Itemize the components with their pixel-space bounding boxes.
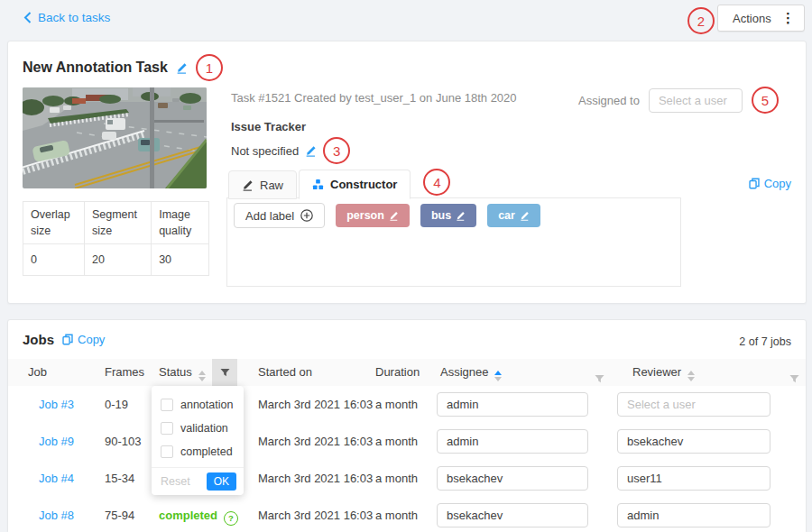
job-4-reviewer-select[interactable]: user11 — [617, 466, 770, 491]
assigned-to-row: Assigned to Select a user 5 — [578, 87, 779, 114]
checkbox-completed[interactable] — [161, 445, 173, 458]
col-job: Job — [28, 359, 47, 386]
job-8-link[interactable]: Job #8 — [39, 497, 74, 532]
jobs-copy-label: Copy — [78, 333, 105, 346]
task-assignee-select[interactable]: Select a user — [649, 88, 743, 113]
task-assignee-placeholder: Select a user — [659, 94, 727, 107]
jobs-title: Jobs — [23, 332, 54, 347]
jobs-title-row: Jobs Copy — [23, 332, 105, 347]
annotation-circle-4: 4 — [423, 169, 450, 196]
label-chip-person[interactable]: person — [336, 204, 410, 227]
edit-title-icon[interactable] — [176, 62, 188, 74]
status-filter-button[interactable] — [212, 359, 237, 386]
checkbox-validation[interactable] — [161, 422, 173, 435]
checkbox-annotation[interactable] — [161, 399, 173, 411]
job-3-assignee-select[interactable]: admin — [437, 392, 588, 417]
traffic-scene-image — [23, 87, 207, 188]
back-to-tasks-link[interactable]: Back to tasks — [23, 11, 110, 24]
job-4-assignee-select[interactable]: bsekachev — [437, 466, 588, 491]
job-3-frames: 0-19 — [105, 386, 128, 423]
job-9-reviewer-value: bsekachev — [627, 435, 683, 448]
assignee-filter-funnel-icon — [595, 374, 604, 384]
job-8-frames: 75-94 — [105, 497, 134, 532]
col-assignee-label: Assignee — [440, 365, 488, 379]
col-reviewer-label: Reviewer — [632, 365, 681, 379]
copy-icon — [749, 178, 760, 189]
status-sort-icon[interactable] — [198, 371, 206, 381]
issue-tracker-label: Issue Tracker — [231, 120, 306, 133]
job-8-reviewer-select[interactable]: admin — [617, 503, 770, 527]
issue-tracker-value: Not specified — [231, 144, 299, 158]
filter-reset-button[interactable]: Reset — [161, 475, 190, 488]
param-value-segment: 20 — [84, 244, 151, 276]
col-reviewer[interactable]: Reviewer — [632, 359, 695, 386]
task-params-table: Overlap size Segment size Image quality … — [23, 201, 209, 276]
filter-option-validation-label: validation — [180, 422, 228, 435]
job-8-duration: a month — [375, 497, 418, 532]
job-8-status: completed? — [159, 497, 238, 532]
add-label-button[interactable]: Add label — [234, 203, 325, 228]
label-bus-name: bus — [431, 209, 451, 222]
annotation-circle-1: 1 — [196, 54, 223, 81]
job-3-link[interactable]: Job #3 — [39, 386, 74, 423]
labels-copy-link[interactable]: Copy — [749, 177, 791, 190]
job-8-assignee-select[interactable]: bsekachev — [437, 503, 588, 527]
more-vertical-icon: ⋮ — [781, 10, 795, 26]
jobs-count: 2 of 7 jobs — [739, 335, 791, 348]
tab-constructor[interactable]: Constructor — [299, 170, 411, 199]
label-car-name: car — [498, 209, 515, 222]
constructor-tab-blocks-icon — [312, 179, 324, 190]
task-title-row: New Annotation Task 1 — [23, 54, 223, 81]
edit-issue-tracker-icon[interactable] — [305, 145, 317, 157]
job-row-3: Job #3 0-19 March 3rd 2021 16:03 a month… — [8, 386, 806, 424]
param-value-quality: 30 — [152, 244, 209, 276]
help-circle-icon[interactable]: ? — [224, 511, 238, 526]
job-3-reviewer-select[interactable]: Select a user — [617, 392, 770, 417]
label-chip-car[interactable]: car — [487, 204, 540, 227]
reviewer-filter-funnel-icon — [789, 374, 799, 384]
assignee-sort-icon[interactable] — [494, 371, 502, 381]
col-status[interactable]: Status — [159, 359, 206, 386]
edit-label-person-icon[interactable] — [389, 211, 399, 221]
filter-option-completed[interactable]: completed — [152, 440, 244, 463]
task-title: New Annotation Task — [23, 60, 168, 76]
tab-raw[interactable]: Raw — [228, 170, 297, 199]
job-9-link[interactable]: Job #9 — [39, 423, 74, 460]
job-8-assignee-value: bsekachev — [447, 509, 503, 522]
jobs-copy-link[interactable]: Copy — [62, 333, 105, 346]
job-4-started: March 3rd 2021 16:03 — [258, 460, 373, 497]
job-9-assignee-select[interactable]: admin — [437, 429, 588, 454]
param-value-overlap: 0 — [23, 244, 85, 276]
edit-label-bus-icon[interactable] — [456, 211, 466, 221]
filter-option-completed-label: completed — [180, 445, 233, 458]
annotation-circle-2: 2 — [687, 7, 715, 34]
filter-option-annotation-label: annotation — [180, 399, 233, 411]
raw-tab-label: Raw — [260, 179, 283, 192]
job-4-link[interactable]: Job #4 — [39, 460, 74, 497]
job-9-assignee-value: admin — [447, 435, 478, 448]
job-9-reviewer-select[interactable]: bsekachev — [617, 429, 770, 454]
labels-row: Add label person bus car — [234, 203, 540, 228]
edit-label-car-icon[interactable] — [520, 211, 530, 221]
job-row-9: Job #9 90-103 March 3rd 2021 16:03 a mon… — [8, 423, 806, 461]
job-9-frames: 90-103 — [105, 423, 141, 460]
job-3-assignee-value: admin — [447, 398, 478, 411]
job-3-started: March 3rd 2021 16:03 — [258, 386, 373, 423]
filter-option-validation[interactable]: validation — [152, 417, 244, 440]
job-9-started: March 3rd 2021 16:03 — [258, 423, 373, 460]
filter-option-annotation[interactable]: annotation — [152, 393, 244, 417]
col-duration: Duration — [375, 359, 420, 386]
chevron-left-icon — [23, 12, 32, 23]
col-assignee[interactable]: Assignee — [440, 359, 502, 386]
actions-button[interactable]: Actions ⋮ — [717, 5, 805, 32]
job-3-duration: a month — [375, 386, 418, 423]
jobs-card: Jobs Copy 2 of 7 jobs Job Frames Status … — [7, 319, 807, 532]
reviewer-sort-icon[interactable] — [687, 371, 695, 381]
job-4-assignee-value: bsekachev — [447, 472, 503, 485]
raw-tab-pencil-icon — [242, 179, 254, 191]
label-chip-bus[interactable]: bus — [420, 204, 476, 227]
job-row-8: Job #8 75-94 completed? March 3rd 2021 1… — [8, 497, 806, 532]
filter-ok-button[interactable]: OK — [207, 472, 236, 491]
job-4-duration: a month — [375, 460, 418, 497]
col-status-label: Status — [159, 365, 192, 379]
